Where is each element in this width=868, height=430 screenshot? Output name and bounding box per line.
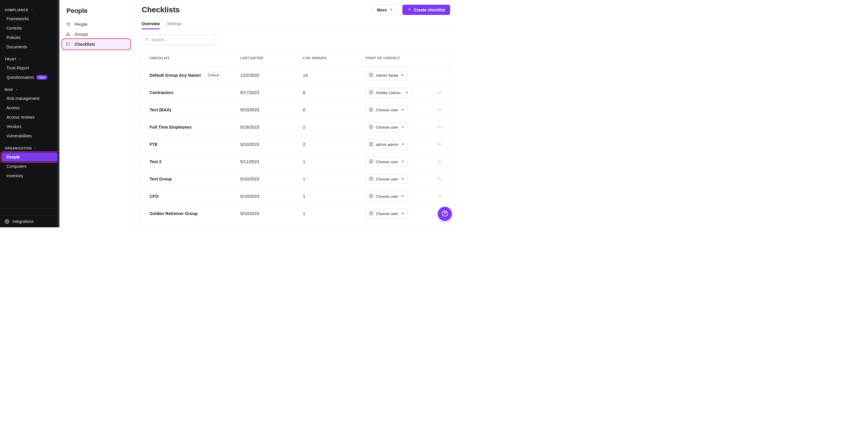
more-button[interactable]: More — [372, 5, 398, 15]
row-actions[interactable] — [425, 124, 442, 130]
tab-settings[interactable]: Settings — [167, 19, 182, 29]
create-checklist-label: Create checklist — [414, 8, 445, 12]
svg-point-44 — [439, 178, 440, 179]
svg-point-43 — [437, 178, 438, 179]
poc-selector[interactable]: Choose user — [366, 209, 408, 219]
sidebar-item-people[interactable]: People — [2, 152, 58, 162]
sidebar-item-documents[interactable]: Documents — [2, 42, 58, 52]
more-actions-icon[interactable] — [437, 90, 442, 96]
col-last-edited: LAST EDITED — [240, 56, 303, 60]
row-actions[interactable] — [425, 193, 442, 199]
sidebar-section-header[interactable]: COMPLIANCE — [0, 5, 59, 14]
sidebar-section-header[interactable]: TRUST — [0, 55, 59, 63]
more-actions-icon[interactable] — [437, 176, 442, 182]
table-row[interactable]: Default Group Any Name!Default12/2/20201… — [142, 66, 450, 84]
scrollbar[interactable] — [57, 0, 59, 227]
more-actions-icon[interactable] — [437, 159, 442, 165]
search-field[interactable] — [142, 35, 216, 45]
more-actions-icon[interactable] — [437, 193, 442, 199]
secondary-nav-label: Checklists — [74, 42, 95, 47]
poc-selector[interactable]: Admin Vanta — [366, 70, 408, 80]
cell-checklist-name: Full Time Employees — [150, 125, 240, 130]
sidebar-footer-integrations[interactable]: Integrations — [0, 215, 59, 227]
svg-point-20 — [441, 92, 442, 92]
plus-icon — [407, 7, 411, 12]
poc-selector[interactable]: admin admin — [366, 140, 408, 149]
sidebar-section-header[interactable]: ORGANIZATION — [0, 144, 59, 152]
poc-selector[interactable]: Choose user — [366, 122, 408, 132]
cell-checklist-name: Test (BAA) — [150, 108, 240, 112]
table-row[interactable]: CFO5/10/20231Choose user — [142, 188, 450, 205]
more-actions-icon[interactable] — [437, 107, 442, 113]
table-row[interactable]: Test (BAA)5/10/20230Choose user — [142, 101, 450, 118]
cell-checklist-name: FTE — [150, 142, 240, 147]
svg-point-33 — [437, 144, 438, 144]
svg-point-24 — [439, 109, 440, 110]
secondary-nav-checklists[interactable]: Checklists — [62, 39, 130, 49]
svg-point-34 — [439, 144, 440, 144]
sidebar-section-header[interactable]: RISK — [0, 85, 59, 94]
poc-selector[interactable]: Choose user — [366, 174, 408, 184]
row-actions[interactable] — [425, 90, 442, 96]
sidebar-item-risk-management[interactable]: Risk management — [2, 94, 58, 103]
sidebar-item-trust-report[interactable]: Trust Report — [2, 63, 58, 73]
sidebar-item-access-reviews[interactable]: Access reviews — [2, 113, 58, 122]
more-actions-icon[interactable] — [437, 124, 442, 130]
user-circle-icon — [369, 176, 373, 182]
sidebar-item-label: Risk management — [6, 96, 39, 101]
secondary-nav-people[interactable]: People — [62, 19, 130, 29]
poc-selector[interactable]: Ashley Llama... — [366, 88, 412, 97]
cell-checklist-name: Test 2 — [150, 159, 240, 164]
col-groups: # OF GROUPS — [303, 56, 366, 60]
caret-down-icon — [30, 8, 33, 11]
svg-point-4 — [66, 34, 67, 35]
checklist-icon — [66, 42, 71, 47]
search-input[interactable] — [151, 37, 213, 42]
cell-checklist-name: CFO — [150, 194, 240, 199]
poc-label: Choose user — [376, 194, 398, 199]
sidebar-item-questionnaires[interactable]: QuestionnairesNew — [2, 73, 58, 82]
table-header: CHECKLIST LAST EDITED # OF GROUPS POINT … — [142, 50, 450, 66]
table-row[interactable]: Contractors5/17/20236Ashley Llama... — [142, 84, 450, 101]
row-actions[interactable] — [425, 107, 442, 113]
table-row[interactable]: Test 25/11/20231Choose user — [142, 153, 450, 170]
sidebar-item-access[interactable]: Access — [2, 103, 58, 113]
cell-checklist-name: Golden Retriever Group — [150, 211, 240, 216]
sidebar-item-frameworks[interactable]: Frameworks — [2, 14, 58, 23]
create-checklist-button[interactable]: Create checklist — [402, 5, 450, 15]
help-button[interactable] — [438, 207, 452, 221]
cell-point-of-contact: Choose user — [366, 192, 425, 201]
sidebar-item-vendors[interactable]: Vendors — [2, 122, 58, 131]
search-icon — [145, 37, 149, 42]
cell-group-count: 14 — [303, 73, 366, 78]
sidebar-item-computers[interactable]: Computers — [2, 162, 58, 171]
sidebar-item-controls[interactable]: Controls — [2, 23, 58, 33]
secondary-nav-groups[interactable]: Groups — [62, 29, 130, 39]
poc-selector[interactable]: Choose user — [366, 192, 408, 201]
cell-group-count: 1 — [303, 177, 366, 181]
sidebar-item-vulnerabilities[interactable]: Vulnerabilities — [2, 131, 58, 141]
poc-selector[interactable]: Choose user — [366, 105, 408, 115]
table-row[interactable]: Golden Retriever Group5/10/20231Choose u… — [142, 205, 450, 222]
row-actions[interactable] — [425, 141, 442, 148]
cell-group-count: 1 — [303, 194, 366, 199]
user-circle-icon — [369, 211, 373, 217]
poc-label: Admin Vanta — [376, 73, 398, 78]
table-row[interactable]: FTE5/10/20232admin admin — [142, 136, 450, 153]
table-row[interactable]: Test Group5/10/20231Choose user — [142, 170, 450, 188]
more-actions-icon[interactable] — [437, 141, 442, 148]
svg-point-47 — [371, 195, 372, 196]
tab-overview[interactable]: Overview — [142, 19, 160, 29]
poc-selector[interactable]: Choose user — [366, 157, 408, 167]
user-circle-icon — [369, 90, 373, 95]
checklist-name: Contractors — [150, 90, 174, 95]
row-actions[interactable] — [425, 159, 442, 165]
svg-point-29 — [439, 126, 440, 127]
row-actions[interactable] — [425, 176, 442, 182]
sidebar-item-policies[interactable]: Policies — [2, 33, 58, 42]
table-row[interactable]: Full Time Employees5/18/20232Choose user — [142, 118, 450, 136]
sidebar-item-inventory[interactable]: Inventory — [2, 171, 58, 180]
poc-label: Choose user — [376, 160, 398, 164]
poc-label: Choose user — [376, 125, 398, 130]
svg-rect-6 — [66, 43, 67, 44]
